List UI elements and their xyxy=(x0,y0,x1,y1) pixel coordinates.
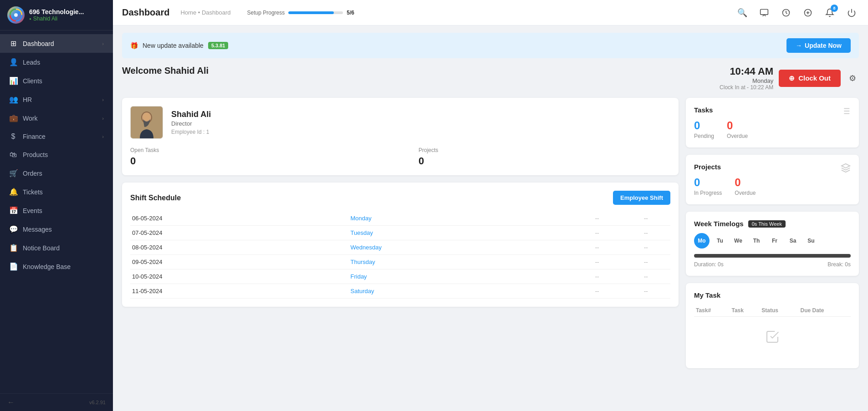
clock-info: 10:44 AM Monday Clock In at - 10:22 AM xyxy=(720,66,773,91)
update-arrow-icon: → xyxy=(796,42,802,49)
sidebar-item-messages[interactable]: 💬 Messages xyxy=(0,220,113,238)
shift-day: Friday xyxy=(349,269,573,284)
topbar-icons: 🔍 8 xyxy=(735,5,859,20)
clients-nav-label: Clients xyxy=(23,77,42,85)
task-col-task: Task xyxy=(730,304,760,317)
notification-badge: 8 xyxy=(831,5,838,12)
shift-date: 11-05-2024 xyxy=(130,284,349,299)
shift-table-row: 07-05-2024 Tuesday -- -- xyxy=(130,226,670,240)
sidebar-item-tickets[interactable]: 🔔 Tickets xyxy=(0,183,113,201)
week-day-sa[interactable]: Sa xyxy=(785,233,801,249)
sidebar-item-finance[interactable]: $ Finance › xyxy=(0,127,113,146)
orders-nav-label: Orders xyxy=(23,170,42,177)
sidebar-item-knowledge-base[interactable]: 📄 Knowledge Base xyxy=(0,257,113,276)
update-now-button[interactable]: → Update Now xyxy=(786,38,851,53)
sidebar-item-dashboard[interactable]: ⊞ Dashboard › xyxy=(0,34,113,53)
finance-nav-label: Finance xyxy=(23,133,46,140)
shift-date: 09-05-2024 xyxy=(130,255,349,269)
work-nav-icon: 💼 xyxy=(9,114,17,122)
breadcrumb: Home • Dashboard xyxy=(180,9,230,16)
shift-card-header: Shift Schedule Employee Shift xyxy=(130,191,670,205)
shift-start: -- xyxy=(572,240,621,255)
shift-table-row: 09-05-2024 Thursday -- -- xyxy=(130,255,670,269)
tasks-title: Tasks xyxy=(694,106,713,114)
shift-day: Wednesday xyxy=(349,240,573,255)
sidebar-item-hr[interactable]: 👥 HR › xyxy=(0,90,113,109)
messages-nav-icon: 💬 xyxy=(9,225,17,233)
nav-item-left-products: 🛍 Products xyxy=(9,151,48,159)
sidebar-item-events[interactable]: 📅 Events xyxy=(0,201,113,220)
week-day-we[interactable]: We xyxy=(730,233,746,249)
sidebar-item-orders[interactable]: 🛒 Orders xyxy=(0,164,113,183)
nav-item-left-knowledge-base: 📄 Knowledge Base xyxy=(9,262,71,271)
page-title: Dashboard xyxy=(122,7,169,18)
work-nav-label: Work xyxy=(23,115,37,122)
shift-start: -- xyxy=(572,269,621,284)
progress-label: Setup Progress xyxy=(247,10,285,16)
sidebar-item-notice-board[interactable]: 📋 Notice Board xyxy=(0,238,113,257)
profile-avatar xyxy=(130,106,163,139)
svg-point-1 xyxy=(14,13,18,17)
search-icon-btn[interactable]: 🔍 xyxy=(735,5,750,20)
timelogs-card: Week Timelogs 0s This Week MoTuWeThFrSaS… xyxy=(686,212,859,276)
shift-end: -- xyxy=(622,269,670,284)
shift-start: -- xyxy=(572,284,621,299)
leads-nav-icon: 👤 xyxy=(9,58,17,66)
tickets-nav-label: Tickets xyxy=(23,188,43,196)
sidebar-item-clients[interactable]: 📊 Clients xyxy=(0,71,113,90)
update-banner: 🎁 New update available 5.3.81 → Update N… xyxy=(122,33,859,58)
tasks-card-header: Tasks xyxy=(694,106,851,119)
profile-top: Shahid Ali Director Employee Id : 1 xyxy=(130,106,670,139)
shift-table-row: 10-05-2024 Friday -- -- xyxy=(130,269,670,284)
open-tasks-label: Open Tasks xyxy=(130,147,382,153)
svg-point-10 xyxy=(143,113,150,121)
clock-out-button[interactable]: ⊕ Clock Out xyxy=(779,70,841,87)
projects-overdue-label: Overdue xyxy=(735,190,756,196)
products-nav-label: Products xyxy=(23,151,48,158)
profile-name: Shahid Ali xyxy=(171,110,211,119)
progress-fraction: 5/6 xyxy=(347,10,354,16)
week-day-tu[interactable]: Tu xyxy=(712,233,728,249)
products-nav-icon: 🛍 xyxy=(9,151,17,159)
week-day-fr[interactable]: Fr xyxy=(767,233,782,249)
shift-date: 06-05-2024 xyxy=(130,211,349,226)
finance-nav-icon: $ xyxy=(9,132,17,141)
knowledge-base-nav-icon: 📄 xyxy=(9,262,17,271)
leads-nav-label: Leads xyxy=(23,59,40,66)
dashboard-grid: Shahid Ali Director Employee Id : 1 Open… xyxy=(122,98,859,368)
task-col-task: Task# xyxy=(694,304,730,317)
my-task-card: My Task Task#TaskStatusDue Date xyxy=(686,283,859,368)
shift-schedule-card: Shift Schedule Employee Shift 06-05-2024… xyxy=(122,183,679,307)
sidebar-item-work[interactable]: 💼 Work › xyxy=(0,109,113,127)
add-icon-btn[interactable] xyxy=(801,5,815,20)
dashboard-nav-label: Dashboard xyxy=(23,40,54,47)
week-days: MoTuWeThFrSaSu xyxy=(694,233,851,249)
tasks-list-icon xyxy=(841,106,851,119)
projects-in-progress-label: In Progress xyxy=(694,190,722,196)
sidebar-item-leads[interactable]: 👤 Leads xyxy=(0,53,113,71)
update-banner-left: 🎁 New update available 5.3.81 xyxy=(130,42,228,49)
profile-info: Shahid Ali Director Employee Id : 1 xyxy=(171,110,211,135)
svg-rect-2 xyxy=(761,9,768,15)
profile-role: Director xyxy=(171,120,211,127)
finance-chevron-icon: › xyxy=(102,134,104,139)
chat-icon-btn[interactable] xyxy=(757,5,771,20)
sidebar-item-products[interactable]: 🛍 Products xyxy=(0,146,113,164)
bell-icon-btn[interactable]: 8 xyxy=(822,5,837,20)
my-task-title: My Task xyxy=(694,291,851,299)
week-day-su[interactable]: Su xyxy=(803,233,819,249)
employee-shift-button[interactable]: Employee Shift xyxy=(613,191,670,205)
hr-nav-icon: 👥 xyxy=(9,95,17,104)
shift-end: -- xyxy=(622,226,670,240)
power-icon-btn[interactable] xyxy=(844,5,859,20)
progress-bar-wrap xyxy=(288,11,343,14)
week-day-mo[interactable]: Mo xyxy=(694,233,710,249)
projects-overdue: 0 Overdue xyxy=(735,176,756,196)
clock-settings-button[interactable]: ⚙ xyxy=(846,71,859,86)
collapse-btn[interactable]: ← xyxy=(7,398,15,406)
clock-icon-btn[interactable] xyxy=(779,5,793,20)
avatar-image xyxy=(131,107,163,138)
task-table: Task#TaskStatusDue Date xyxy=(694,304,851,360)
welcome-title: Welcome Shahid Ali xyxy=(122,66,209,76)
week-day-th[interactable]: Th xyxy=(749,233,764,249)
